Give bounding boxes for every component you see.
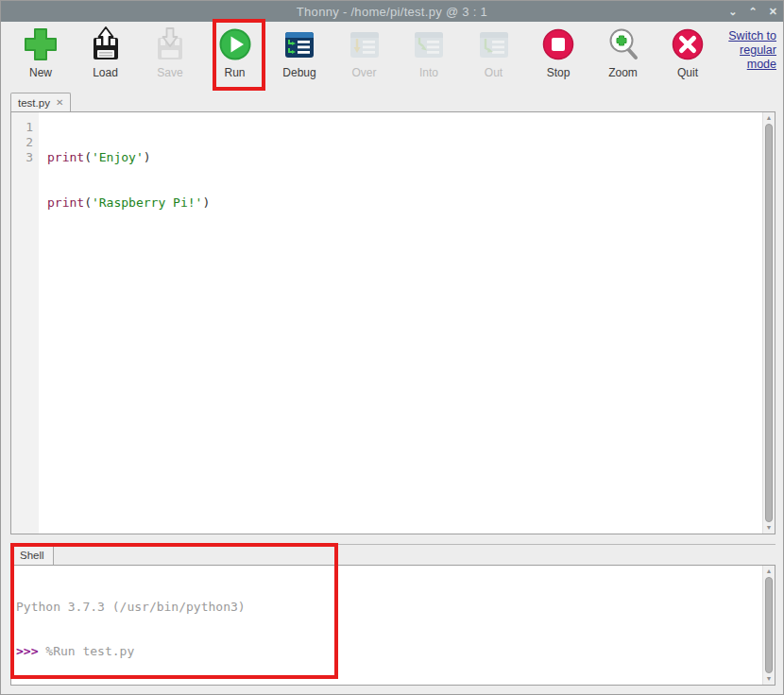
maximize-icon[interactable]: ⌃ xyxy=(749,1,758,22)
line-number: 3 xyxy=(11,150,33,165)
scroll-down-icon[interactable]: ▼ xyxy=(763,522,775,534)
stop-button[interactable]: Stop xyxy=(537,25,580,79)
button-label: Stop xyxy=(547,66,571,79)
line-number: 2 xyxy=(11,135,33,150)
window-controls: ⌄ ⌃ ✕ xyxy=(728,1,777,22)
shell-spacer xyxy=(16,687,762,694)
button-label: Into xyxy=(419,66,438,79)
tab-shell[interactable]: Shell xyxy=(10,545,54,566)
button-label: Debug xyxy=(282,66,315,79)
switch-to-regular-mode-link[interactable]: Switch to regular mode xyxy=(716,29,776,72)
button-label: Out xyxy=(485,66,503,79)
zoom-magnifier-icon xyxy=(605,25,642,63)
editor-scrollbar[interactable]: ▲ ▼ xyxy=(762,112,775,534)
toolbar: New Load Save xyxy=(1,22,783,91)
step-out-icon xyxy=(475,25,513,63)
button-label: Run xyxy=(224,66,245,79)
save-floppy-down-icon xyxy=(151,25,189,63)
editor-tabstrip: test.py ✕ xyxy=(10,93,71,111)
run-button[interactable]: Run xyxy=(213,25,257,79)
line-number: 1 xyxy=(11,120,33,135)
button-label: Save xyxy=(157,66,182,79)
shell-content[interactable]: Python 3.7.3 (/usr/bin/python3) >>> %Run… xyxy=(11,566,762,685)
code-editor: 1 2 3 print('Enjoy') print('Raspberry Pi… xyxy=(10,111,775,534)
button-label: Over xyxy=(351,66,376,79)
scroll-up-icon[interactable]: ▲ xyxy=(763,112,775,124)
keyword-token: print xyxy=(47,150,84,164)
keyword-token: print xyxy=(47,195,84,210)
step-out-button: Out xyxy=(472,25,516,79)
load-button[interactable]: Load xyxy=(84,25,128,79)
run-play-icon xyxy=(216,25,254,63)
code-line: print('Raspberry Pi!') xyxy=(47,195,762,211)
button-label: Zoom xyxy=(608,66,638,79)
shell-prompt: >>> xyxy=(16,644,45,658)
code-line: print('Enjoy') xyxy=(47,150,762,165)
close-icon[interactable]: ✕ xyxy=(769,1,777,22)
minimize-icon[interactable]: ⌄ xyxy=(728,1,737,22)
code-area[interactable]: print('Enjoy') print('Raspberry Pi!') xyxy=(39,112,762,534)
stop-icon xyxy=(539,25,577,63)
tab-close-icon[interactable]: ✕ xyxy=(56,97,63,108)
button-label: New xyxy=(29,66,52,79)
scroll-up-icon[interactable]: ▲ xyxy=(763,566,775,577)
save-button: Save xyxy=(148,25,192,79)
step-over-icon xyxy=(346,25,383,63)
tab-test-py[interactable]: test.py ✕ xyxy=(10,93,71,111)
step-over-button: Over xyxy=(343,25,386,79)
tab-label: test.py xyxy=(18,97,50,109)
scrollbar-thumb[interactable] xyxy=(765,124,773,522)
quit-button[interactable]: Quit xyxy=(666,25,709,79)
string-token: 'Enjoy' xyxy=(92,150,144,164)
shell-run-line: >>> %Run test.py xyxy=(16,644,762,659)
debug-icon xyxy=(281,25,318,63)
quit-icon xyxy=(669,25,707,63)
shell-banner: Python 3.7.3 (/usr/bin/python3) xyxy=(16,600,762,615)
paren-token: ( xyxy=(84,195,92,210)
paren-token: ) xyxy=(202,195,210,210)
button-label: Load xyxy=(93,66,118,79)
step-into-button: Into xyxy=(407,25,451,79)
new-button[interactable]: New xyxy=(19,25,62,79)
shell-run-command: %Run test.py xyxy=(45,644,134,658)
step-into-icon xyxy=(410,25,448,63)
shell-scrollbar[interactable]: ▲ ▼ xyxy=(762,566,775,685)
line-number-gutter: 1 2 3 xyxy=(11,112,39,534)
zoom-button[interactable]: Zoom xyxy=(602,25,645,79)
button-label: Quit xyxy=(677,66,698,79)
debug-button[interactable]: Debug xyxy=(278,25,321,79)
scroll-down-icon[interactable]: ▼ xyxy=(763,673,775,685)
paren-token: ) xyxy=(144,150,151,164)
window-title: Thonny - /home/pi/test.py @ 3 : 1 xyxy=(297,5,487,19)
paren-token: ( xyxy=(84,150,92,164)
shell-tabstrip: Shell xyxy=(10,544,775,565)
string-token: 'Raspberry Pi!' xyxy=(92,195,202,210)
titlebar: Thonny - /home/pi/test.py @ 3 : 1 ⌄ ⌃ ✕ xyxy=(1,1,783,22)
load-floppy-up-icon xyxy=(87,25,125,63)
new-file-plus-icon xyxy=(22,25,60,63)
scrollbar-thumb[interactable] xyxy=(765,577,773,673)
shell-panel: Python 3.7.3 (/usr/bin/python3) >>> %Run… xyxy=(10,565,775,686)
